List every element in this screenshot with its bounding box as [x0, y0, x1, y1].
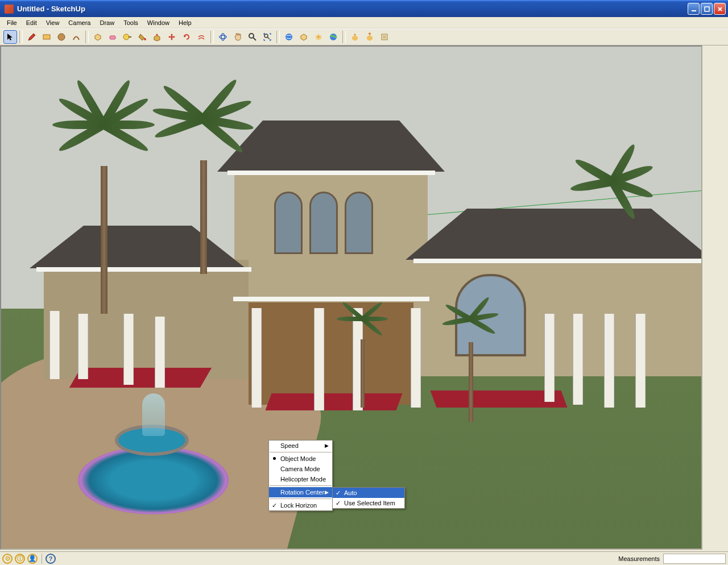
check-icon: ✓	[272, 502, 277, 509]
context-menu-separator	[270, 498, 332, 499]
column	[251, 308, 262, 408]
ctx-sub-use-selected[interactable]: ✓Use Selected Item	[333, 498, 404, 508]
eave	[413, 259, 702, 263]
column	[635, 314, 646, 408]
svg-line-15	[267, 37, 270, 39]
check-icon: ✓	[336, 500, 341, 507]
submenu-arrow-icon: ▶	[325, 443, 329, 448]
minimize-button[interactable]	[688, 3, 700, 15]
push-pull-tool[interactable]	[150, 30, 164, 44]
menu-camera[interactable]: Camera	[64, 18, 95, 27]
next-view-tool[interactable]	[312, 30, 325, 44]
svg-rect-1	[705, 7, 709, 11]
svg-rect-6	[110, 36, 115, 39]
ctx-camera-mode[interactable]: Camera Mode	[269, 464, 332, 474]
close-button[interactable]	[714, 3, 726, 15]
small-palm	[439, 291, 502, 422]
eave	[233, 297, 429, 301]
menu-window[interactable]: Window	[143, 18, 174, 27]
ctx-label: Lock Horizon	[280, 502, 317, 509]
column	[155, 317, 165, 388]
viewport-3d[interactable]: Speed▶ Object Mode Camera Mode Helicopte…	[0, 45, 702, 550]
app-icon	[5, 5, 14, 14]
pencil-tool[interactable]	[25, 30, 39, 44]
eraser-tool[interactable]	[106, 30, 119, 44]
zoom-tool[interactable]	[246, 30, 259, 44]
ctx-sub-auto[interactable]: ✓Auto	[333, 488, 404, 498]
menu-file[interactable]: File	[2, 18, 22, 27]
context-submenu: ✓Auto ✓Use Selected Item	[332, 487, 405, 509]
svg-point-5	[58, 34, 65, 40]
tape-measure-tool[interactable]	[121, 30, 134, 44]
menu-edit[interactable]: Edit	[22, 18, 42, 27]
svg-line-13	[253, 38, 256, 40]
svg-point-7	[123, 34, 129, 40]
vertical-scrollbar[interactable]	[718, 45, 728, 551]
svg-rect-0	[692, 10, 696, 11]
export-tool[interactable]	[363, 30, 377, 44]
svg-point-10	[220, 35, 226, 39]
column	[78, 314, 88, 379]
get-models-tool[interactable]	[282, 30, 296, 44]
zoom-extents-tool[interactable]	[260, 30, 274, 44]
ctx-label: Speed	[280, 442, 299, 449]
ctx-label: Rotation Center	[280, 489, 324, 496]
toolbar-separator	[276, 31, 280, 43]
ctx-object-mode[interactable]: Object Mode	[269, 454, 332, 464]
measurements-input[interactable]	[663, 554, 726, 564]
status-hint-icon[interactable]: ⊙	[2, 554, 13, 564]
toolbar-separator	[210, 31, 214, 43]
menu-tools[interactable]: Tools	[119, 18, 143, 27]
fountain-pool	[78, 446, 229, 514]
menu-help[interactable]: Help	[174, 18, 196, 27]
google-earth-tool[interactable]	[326, 30, 340, 44]
context-menu-separator	[270, 485, 332, 486]
ctx-label: Auto	[344, 489, 357, 496]
ctx-helicopter-mode[interactable]: Helicopter Mode	[269, 474, 332, 484]
small-palm	[334, 294, 391, 408]
toolbar	[0, 28, 728, 45]
status-help-icon[interactable]: ?	[46, 554, 56, 564]
circle-tool[interactable]	[55, 30, 68, 44]
column	[314, 308, 324, 410]
move-tool[interactable]	[165, 30, 179, 44]
previous-view-tool[interactable]	[297, 30, 311, 44]
column	[544, 314, 555, 402]
menubar: File Edit View Camera Draw Tools Window …	[0, 17, 728, 28]
paint-bucket-tool[interactable]	[135, 30, 149, 44]
arch-window	[345, 192, 373, 254]
import-tool[interactable]	[378, 30, 391, 44]
ctx-label: Helicopter Mode	[280, 476, 326, 483]
select-tool[interactable]	[3, 30, 17, 44]
arch-window	[309, 192, 338, 254]
ctx-label: Camera Mode	[280, 466, 320, 472]
menu-view[interactable]: View	[42, 18, 64, 27]
pan-tool[interactable]	[231, 30, 245, 44]
status-user-icon[interactable]: 👤	[27, 554, 38, 564]
bullet-icon	[273, 457, 276, 460]
orbit-tool[interactable]	[216, 30, 230, 44]
share-model-tool[interactable]	[348, 30, 362, 44]
status-info-icon[interactable]: ⓘ	[15, 554, 25, 564]
menu-draw[interactable]: Draw	[95, 18, 119, 27]
offset-tool[interactable]	[195, 30, 208, 44]
statusbar: ⊙ ⓘ 👤 ? Measurements	[0, 551, 728, 565]
rotate-tool[interactable]	[180, 30, 193, 44]
make-component-tool[interactable]	[91, 30, 105, 44]
context-menu: Speed▶ Object Mode Camera Mode Helicopte…	[268, 440, 333, 511]
svg-rect-4	[43, 35, 50, 39]
column	[604, 314, 614, 408]
svg-rect-19	[383, 35, 386, 39]
titlebar: Untitled - SketchUp	[0, 0, 728, 17]
context-menu-separator	[270, 452, 332, 452]
ctx-speed[interactable]: Speed▶	[269, 441, 332, 451]
arch-window	[274, 192, 303, 254]
ctx-label: Object Mode	[280, 455, 316, 462]
rectangle-tool[interactable]	[40, 30, 53, 44]
ctx-rotation-center[interactable]: Rotation Center▶	[269, 487, 332, 497]
red-carpet	[69, 368, 212, 388]
maximize-button[interactable]	[701, 3, 713, 15]
arc-tool[interactable]	[69, 30, 83, 44]
ctx-lock-horizon[interactable]: ✓Lock Horizon	[269, 500, 332, 510]
column	[411, 308, 421, 408]
